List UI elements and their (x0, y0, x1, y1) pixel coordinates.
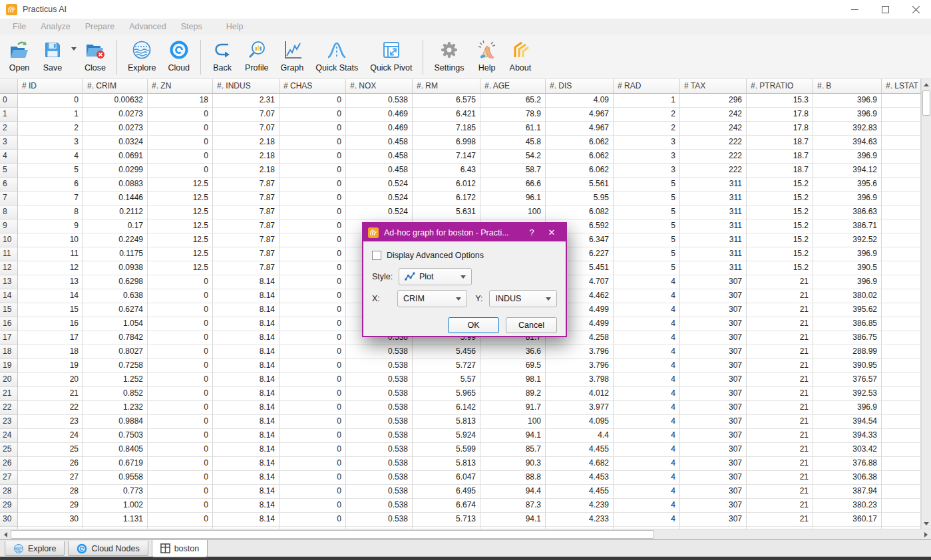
table-cell[interactable] (882, 108, 921, 122)
table-cell[interactable]: 8.14 (213, 499, 279, 513)
graph-button[interactable]: Graph (275, 38, 310, 74)
table-cell[interactable] (882, 150, 921, 164)
table-cell[interactable]: 0 (279, 401, 346, 415)
table-cell[interactable]: 5 (614, 233, 680, 247)
table-cell[interactable]: 0.6719 (83, 457, 148, 471)
table-cell[interactable]: 0 (279, 345, 346, 359)
row-header[interactable]: 22 (0, 401, 18, 415)
table-cell[interactable]: 360.17 (813, 513, 882, 527)
table-cell[interactable]: 0 (279, 275, 346, 289)
table-cell[interactable]: 0 (148, 289, 213, 303)
column-header[interactable]: #. AGE (480, 79, 546, 94)
table-cell[interactable]: 307 (680, 457, 747, 471)
table-cell[interactable]: 0 (279, 122, 346, 136)
table-cell[interactable]: 0.0324 (83, 136, 148, 150)
table-cell[interactable]: 4.967 (546, 122, 614, 136)
table-cell[interactable]: 21 (747, 303, 813, 317)
table-cell[interactable]: 3.796 (546, 359, 614, 373)
table-cell[interactable] (882, 94, 921, 108)
table-cell[interactable]: 0.458 (346, 150, 413, 164)
table-cell[interactable] (882, 485, 921, 499)
table-cell[interactable]: 0.469 (346, 122, 413, 136)
table-cell[interactable]: 8.14 (213, 387, 279, 401)
table-cell[interactable]: 3.798 (546, 373, 614, 387)
table-cell[interactable]: 5 (614, 206, 680, 219)
table-cell[interactable]: 0 (279, 94, 346, 108)
open-button[interactable]: Open (3, 38, 36, 74)
table-cell[interactable]: 21 (747, 443, 813, 457)
row-header[interactable]: 15 (0, 303, 18, 317)
table-cell[interactable]: 0.538 (346, 471, 413, 485)
table-cell[interactable]: 390.95 (813, 359, 882, 373)
table-cell[interactable]: 6.142 (413, 401, 480, 415)
table-cell[interactable]: 17.8 (747, 122, 813, 136)
table-cell[interactable]: 3 (614, 150, 680, 164)
table-cell[interactable]: 8.14 (213, 457, 279, 471)
table-cell[interactable]: 8.14 (213, 289, 279, 303)
table-cell[interactable]: 2 (614, 108, 680, 122)
table-cell[interactable]: 5.813 (413, 415, 480, 429)
table-cell[interactable]: 0.6298 (83, 275, 148, 289)
table-cell[interactable]: 12.5 (148, 219, 213, 233)
table-cell[interactable]: 0.0691 (83, 150, 148, 164)
table-cell[interactable]: 7.87 (213, 206, 279, 219)
table-cell[interactable]: 5.599 (413, 443, 480, 457)
table-cell[interactable]: 21 (747, 471, 813, 485)
table-cell[interactable]: 7.87 (213, 192, 279, 206)
table-cell[interactable]: 6.012 (413, 178, 480, 192)
table-cell[interactable]: 0 (148, 443, 213, 457)
table-cell[interactable]: 21 (747, 275, 813, 289)
table-cell[interactable]: 1.054 (83, 317, 148, 331)
table-cell[interactable] (882, 457, 921, 471)
row-header[interactable]: 0 (0, 94, 18, 108)
column-header[interactable]: #. CRIM (83, 79, 148, 94)
table-cell[interactable]: 386.85 (813, 317, 882, 331)
menu-help[interactable]: Help (219, 22, 251, 31)
horizontal-scroll-handle[interactable] (11, 530, 654, 539)
table-cell[interactable]: 0.538 (346, 429, 413, 443)
table-cell[interactable]: 311 (680, 247, 747, 261)
table-cell[interactable] (882, 136, 921, 150)
row-header[interactable]: 6 (0, 178, 18, 192)
y-axis-dropdown[interactable]: INDUS (489, 290, 557, 307)
row-header[interactable]: 11 (0, 247, 18, 261)
tab-explore[interactable]: Explore (5, 541, 65, 556)
table-cell[interactable]: 376.57 (813, 373, 882, 387)
table-cell[interactable]: 0.2112 (83, 206, 148, 219)
table-cell[interactable]: 78.9 (480, 108, 546, 122)
table-cell[interactable]: 8.14 (213, 317, 279, 331)
table-cell[interactable]: 0 (279, 317, 346, 331)
row-header[interactable]: 4 (0, 150, 18, 164)
table-cell[interactable]: 307 (680, 387, 747, 401)
table-cell[interactable]: 242 (680, 122, 747, 136)
table-cell[interactable]: 4 (614, 415, 680, 429)
row-header[interactable]: 1 (0, 108, 18, 122)
table-cell[interactable]: 0.538 (346, 443, 413, 457)
table-cell[interactable]: 1 (614, 94, 680, 108)
table-cell[interactable]: 98.1 (480, 373, 546, 387)
table-cell[interactable]: 4.682 (546, 457, 614, 471)
table-cell[interactable]: 18.7 (747, 150, 813, 164)
table-cell[interactable]: 4 (614, 303, 680, 317)
table-cell[interactable] (882, 303, 921, 317)
table-cell[interactable]: 0 (279, 387, 346, 401)
table-cell[interactable]: 21 (747, 331, 813, 345)
table-cell[interactable]: 0.538 (346, 387, 413, 401)
row-header[interactable]: 5 (0, 164, 18, 178)
table-cell[interactable]: 7 (18, 192, 83, 206)
cloud-button[interactable]: Cloud (162, 38, 196, 74)
table-cell[interactable]: 392.83 (813, 122, 882, 136)
table-cell[interactable]: 5.713 (413, 513, 480, 527)
table-cell[interactable]: 392.52 (813, 233, 882, 247)
table-cell[interactable]: 0.7503 (83, 429, 148, 443)
column-header[interactable]: #. DIS (546, 79, 614, 94)
table-cell[interactable]: 29 (18, 499, 83, 513)
dialog-close-button[interactable]: ✕ (542, 227, 562, 237)
row-header[interactable]: 23 (0, 415, 18, 429)
table-cell[interactable]: 0.1175 (83, 247, 148, 261)
table-cell[interactable]: 0 (148, 359, 213, 373)
row-header[interactable]: 29 (0, 499, 18, 513)
table-cell[interactable]: 0 (279, 261, 346, 275)
table-cell[interactable]: 307 (680, 275, 747, 289)
table-cell[interactable]: 94.1 (480, 429, 546, 443)
